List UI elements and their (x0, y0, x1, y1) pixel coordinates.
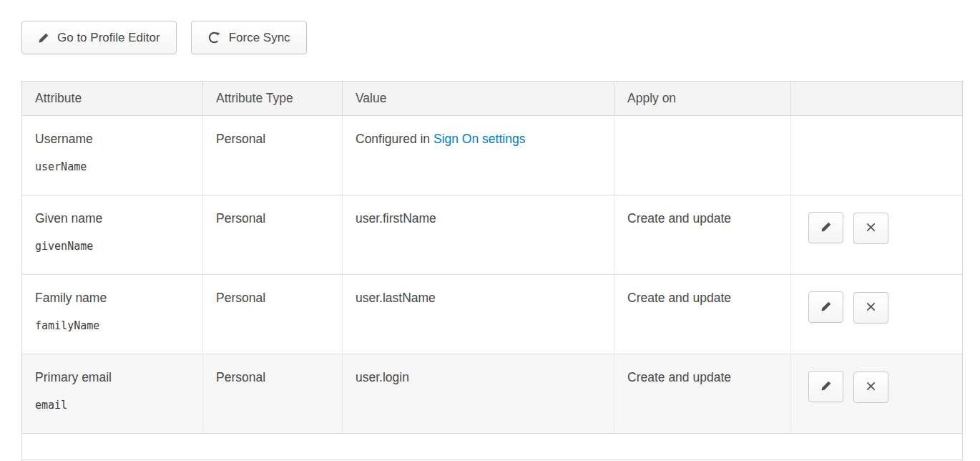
attribute-variable: userName (35, 160, 190, 173)
table-row-given-name: Given name givenName Personal user.first… (22, 195, 963, 275)
attribute-type-text: Personal (216, 211, 265, 225)
apply-on-text: Create and update (627, 211, 731, 225)
table-row-primary-email: Primary email email Personal user.login … (22, 354, 963, 434)
sign-on-settings-link[interactable]: Sign On settings (433, 132, 525, 146)
apply-on-cell: Create and update (614, 354, 791, 434)
edit-attribute-button[interactable] (808, 212, 843, 243)
attribute-label: Given name (35, 211, 190, 226)
attribute-variable: email (35, 399, 190, 412)
delete-attribute-button[interactable] (853, 372, 888, 403)
actions-cell (791, 116, 963, 195)
delete-attribute-button[interactable] (853, 292, 888, 324)
go-to-profile-editor-label: Go to Profile Editor (57, 31, 160, 45)
value-text: user.firstName (356, 211, 436, 225)
force-sync-label: Force Sync (229, 31, 290, 45)
attribute-type-text: Personal (216, 291, 265, 305)
apply-on-cell (614, 116, 791, 195)
value-cell: user.lastName (343, 275, 614, 354)
pencil-icon (820, 380, 832, 394)
actions-cell (791, 354, 963, 434)
attribute-label: Primary email (35, 370, 190, 385)
attribute-type-cell: Personal (203, 195, 343, 275)
attribute-mapping-table: Attribute Attribute Type Value Apply on … (21, 81, 963, 460)
pencil-icon (38, 32, 49, 44)
attribute-cell: Given name givenName (22, 195, 203, 275)
table-row-empty (22, 434, 963, 460)
attribute-cell: Username userName (22, 116, 203, 195)
value-cell: user.login (343, 354, 614, 434)
value-cell: user.firstName (343, 195, 614, 275)
apply-on-cell: Create and update (614, 195, 791, 275)
empty-cell (22, 434, 963, 460)
attribute-variable: givenName (35, 240, 190, 253)
attribute-type-cell: Personal (203, 354, 343, 434)
table-row-family-name: Family name familyName Personal user.las… (22, 275, 963, 354)
refresh-icon (207, 31, 221, 44)
x-icon (866, 381, 876, 394)
attribute-type-cell: Personal (203, 116, 343, 195)
x-icon (866, 301, 876, 314)
force-sync-button[interactable]: Force Sync (191, 21, 307, 54)
apply-on-text: Create and update (627, 291, 731, 305)
attribute-cell: Family name familyName (22, 275, 203, 354)
actions-cell (791, 275, 963, 354)
attribute-label: Username (35, 132, 190, 147)
attribute-type-text: Personal (216, 370, 265, 384)
pencil-icon (820, 221, 832, 235)
attribute-mappings-page: Go to Profile Editor Force Sync Attribut… (0, 0, 980, 461)
column-header-attribute-type: Attribute Type (203, 82, 343, 116)
value-text: user.lastName (356, 291, 436, 305)
attribute-label: Family name (35, 291, 190, 306)
go-to-profile-editor-button[interactable]: Go to Profile Editor (21, 21, 177, 54)
delete-attribute-button[interactable] (853, 213, 888, 244)
toolbar: Go to Profile Editor Force Sync (21, 21, 961, 54)
attribute-type-cell: Personal (203, 275, 343, 354)
column-header-attribute: Attribute (22, 82, 203, 116)
apply-on-cell: Create and update (614, 275, 791, 354)
apply-on-text: Create and update (627, 370, 731, 384)
x-icon (866, 222, 876, 235)
edit-attribute-button[interactable] (808, 371, 843, 402)
attribute-type-text: Personal (216, 132, 265, 146)
value-text: Configured in (356, 132, 430, 146)
column-header-apply-on: Apply on (614, 82, 791, 116)
table-header-row: Attribute Attribute Type Value Apply on (22, 82, 963, 116)
attribute-cell: Primary email email (22, 354, 203, 434)
edit-attribute-button[interactable] (808, 291, 843, 323)
attribute-variable: familyName (35, 319, 190, 332)
value-text: user.login (356, 370, 409, 384)
pencil-icon (820, 301, 832, 314)
value-cell: Configured in Sign On settings (343, 116, 614, 195)
column-header-value: Value (343, 82, 614, 116)
column-header-actions (791, 82, 963, 116)
actions-cell (791, 195, 963, 275)
table-row-username: Username userName Personal Configured in… (22, 116, 963, 195)
